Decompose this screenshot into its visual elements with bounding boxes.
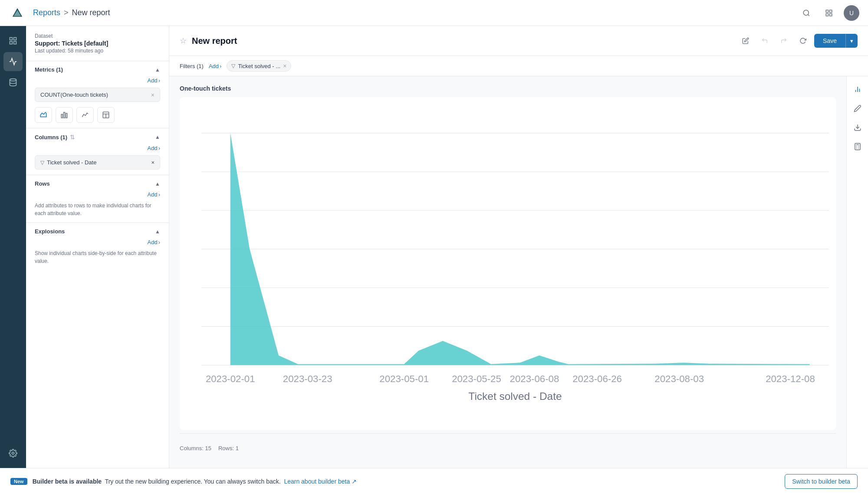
svg-text:2023-02-01: 2023-02-01 [206,373,255,384]
metric-chip-remove[interactable]: × [151,92,155,98]
columns-add-wrapper: Add › [35,144,160,152]
rows-section: Rows ▲ Add › Add attributes to rows to m… [26,175,169,223]
metrics-add-wrapper: Add › [35,76,160,84]
column-filter-icon: ▽ [40,160,44,166]
report-actions: Save ▾ [738,33,858,49]
svg-rect-14 [61,115,62,118]
explosions-header: Explosions ▲ [35,228,160,235]
svg-point-12 [10,79,16,81]
column-chip-label: Ticket solved - Date [47,159,96,166]
columns-chevron[interactable]: ▲ [155,134,160,140]
topbar-right: U [799,5,859,21]
download-btn[interactable] [850,120,865,135]
columns-add-link[interactable]: Add › [148,145,160,151]
breadcrumb-sep: > [64,8,69,17]
undo-button[interactable] [757,33,773,49]
breadcrumb-current: New report [72,8,110,17]
explosions-hint: Show individual charts side-by-side for … [35,249,160,265]
svg-rect-5 [830,10,832,12]
filter-chip: ▽ Ticket solved - ... × [227,60,291,72]
svg-rect-7 [830,13,832,16]
avatar[interactable]: U [844,5,859,21]
redo-button[interactable] [776,33,792,49]
dataset-name: Support: Tickets [default] [35,40,160,47]
column-chip-left: ▽ Ticket solved - Date [40,159,96,166]
search-icon[interactable] [799,5,814,21]
svg-rect-9 [14,38,16,40]
edit-button[interactable] [738,33,753,49]
svg-text:2023-03-23: 2023-03-23 [283,373,332,384]
svg-text:Ticket solved - Date: Ticket solved - Date [468,390,562,402]
right-panel [846,76,868,468]
rows-count: Rows: 1 [218,445,239,451]
viz-btn-area[interactable] [35,107,52,123]
sidebar: Dataset Support: Tickets [default] Last … [26,26,169,468]
new-badge: New [10,478,27,485]
topbar: Reports > New report U [0,0,868,26]
viz-btn-table[interactable] [97,107,115,123]
nav-item-home[interactable] [3,31,23,50]
dataset-label: Dataset [35,33,160,39]
svg-rect-8 [10,38,13,40]
star-button[interactable]: ☆ [180,36,187,46]
metrics-section: Metrics (1) ▲ Add › COUNT(One-touch tick… [26,61,169,128]
columns-reorder-icon[interactable]: ⇅ [70,134,75,141]
rows-add-link[interactable]: Add › [148,191,160,198]
viz-btn-line[interactable] [76,107,94,123]
viz-btn-bar[interactable] [56,107,73,123]
report-title: New report [192,36,733,46]
explosions-section: Explosions ▲ Add › Show individual chart… [26,223,169,270]
explosions-add-link[interactable]: Add › [148,239,160,245]
filter-chip-remove[interactable]: × [283,62,286,69]
svg-rect-4 [826,10,828,12]
switch-to-builder-btn[interactable]: Switch to builder beta [785,474,858,489]
svg-text:2023-06-08: 2023-06-08 [510,373,559,384]
save-button[interactable]: Save [814,34,845,48]
filter-chip-label: Ticket solved - ... [238,63,280,69]
viz-type-row [35,107,160,123]
metrics-chevron[interactable]: ▲ [155,67,160,73]
svg-text:2023-08-03: 2023-08-03 [654,373,704,384]
metrics-add-link[interactable]: Add › [148,77,160,84]
svg-text:2023-06-26: 2023-06-26 [572,373,622,384]
report-header: ☆ New report [169,26,868,56]
pencil-btn[interactable] [850,101,865,116]
metric-chip-label: COUNT(One-touch tickets) [40,92,108,98]
column-chip: ▽ Ticket solved - Date × [35,155,160,170]
footer-stats-bar: Columns: 15 Rows: 1 [180,433,836,459]
chart-area: One-touch tickets 0 20 [169,76,846,468]
chart-right-wrapper: One-touch tickets 0 20 [169,76,868,468]
metrics-title: Metrics (1) [35,66,63,73]
svg-rect-16 [66,113,67,118]
rows-add-wrapper: Add › [35,190,160,198]
columns-header: Columns (1) ⇅ ▲ [35,134,160,141]
notification-link[interactable]: Learn about builder beta ↗ [284,478,357,485]
nav-item-analytics[interactable] [3,52,23,71]
svg-rect-15 [64,112,65,118]
explosions-title: Explosions [35,228,65,235]
filters-bar: Filters (1) Add › ▽ Ticket solved - ... … [169,56,868,76]
filter-icon: ▽ [231,63,235,69]
chart-title: One-touch tickets [180,85,836,92]
dataset-updated: Last updated: 58 minutes ago [35,48,160,54]
chart-type-btn[interactable] [850,82,865,97]
filters-add-link[interactable]: Add › [209,63,221,69]
rows-hint: Add attributes to rows to make individua… [35,202,160,217]
rows-chevron[interactable]: ▲ [155,181,160,187]
explosions-chevron[interactable]: ▲ [155,229,160,235]
refresh-button[interactable] [795,33,811,49]
svg-text:2023-12-08: 2023-12-08 [766,373,815,384]
filters-label: Filters (1) [180,63,204,69]
metric-chip: COUNT(One-touch tickets) × [35,88,160,102]
apps-icon[interactable] [821,5,837,21]
footer-stats: Columns: 15 Rows: 1 [180,445,239,451]
save-dropdown[interactable]: ▾ [845,34,858,48]
notification-bold-text: Builder beta is available [33,478,102,485]
breadcrumb-reports[interactable]: Reports [33,8,60,17]
calculator-btn[interactable] [850,139,865,154]
notification-sub-text: Try out the new building experience. You… [105,478,281,485]
save-button-group: Save ▾ [814,34,858,48]
nav-item-database[interactable] [3,73,23,92]
nav-item-settings[interactable] [3,444,23,463]
column-chip-remove[interactable]: × [151,159,155,166]
